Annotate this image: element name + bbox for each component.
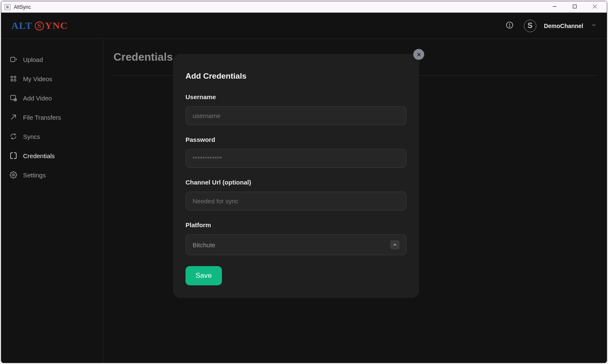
window-title: AltSync bbox=[14, 4, 548, 10]
user-menu[interactable]: S DemoChannel bbox=[524, 20, 597, 32]
logo-s-badge: S bbox=[35, 21, 44, 31]
sidebar-item-label: Add Video bbox=[23, 95, 52, 102]
close-window-button[interactable] bbox=[588, 4, 601, 10]
app-icon: ▦ bbox=[5, 4, 10, 10]
sidebar-item-file-transfers[interactable]: File Transfers bbox=[10, 108, 95, 127]
minimize-button[interactable] bbox=[548, 4, 561, 10]
app-root: ALT S YNC S DemoChannel bbox=[1, 13, 607, 363]
avatar: S bbox=[524, 20, 536, 32]
sidebar-item-label: Syncs bbox=[23, 133, 40, 140]
svg-point-9 bbox=[11, 76, 13, 78]
sidebar-item-label: File Transfers bbox=[23, 114, 61, 121]
svg-point-18 bbox=[13, 174, 15, 176]
sidebar-item-add-video[interactable]: Add Video bbox=[10, 88, 95, 108]
password-input[interactable] bbox=[185, 149, 407, 168]
add-video-icon bbox=[10, 94, 17, 102]
user-name: DemoChannel bbox=[544, 23, 583, 29]
titlebar: ▦ AltSync bbox=[1, 1, 607, 13]
sidebar-item-my-videos[interactable]: My Videos bbox=[10, 69, 95, 88]
platform-select[interactable]: Bitchute bbox=[185, 234, 407, 255]
chevron-up-icon bbox=[390, 240, 399, 249]
logo-ync: YNC bbox=[45, 20, 68, 31]
gear-icon bbox=[10, 171, 17, 179]
window-controls bbox=[548, 4, 601, 10]
password-label: Password bbox=[185, 136, 407, 143]
password-group: Password bbox=[185, 136, 407, 168]
credentials-icon bbox=[10, 152, 17, 159]
sidebar-item-syncs[interactable]: Syncs bbox=[10, 127, 95, 146]
upload-icon bbox=[10, 56, 17, 63]
logo-alt: ALT bbox=[11, 20, 32, 31]
platform-value: Bitchute bbox=[193, 241, 215, 249]
save-button[interactable]: Save bbox=[185, 266, 222, 285]
grid-icon bbox=[10, 75, 17, 82]
sidebar: Upload My Videos Add Video File Transfer… bbox=[1, 39, 103, 363]
add-credentials-modal: Add Credentials Username Password Channe… bbox=[173, 54, 419, 298]
sync-icon bbox=[10, 133, 17, 140]
maximize-button[interactable] bbox=[568, 4, 581, 10]
svg-marker-8 bbox=[16, 59, 17, 61]
channel-url-input[interactable] bbox=[185, 192, 407, 210]
modal-title: Add Credentials bbox=[185, 72, 407, 81]
svg-line-17 bbox=[11, 115, 16, 120]
app-window: ▦ AltSync ALT S YNC bbox=[1, 1, 607, 363]
username-group: Username bbox=[185, 93, 407, 125]
transfer-icon bbox=[10, 113, 17, 121]
channel-url-group: Channel Url (optional) bbox=[185, 179, 407, 210]
platform-group: Platform Bitchute bbox=[185, 221, 407, 255]
header-right: S DemoChannel bbox=[505, 20, 597, 32]
app-logo: ALT S YNC bbox=[11, 20, 68, 31]
app-header: ALT S YNC S DemoChannel bbox=[1, 13, 607, 39]
svg-point-10 bbox=[14, 76, 16, 78]
svg-rect-1 bbox=[573, 5, 576, 8]
sidebar-item-label: Settings bbox=[23, 172, 46, 179]
svg-point-12 bbox=[14, 79, 16, 82]
username-input[interactable] bbox=[185, 106, 407, 125]
svg-rect-7 bbox=[10, 57, 15, 62]
svg-rect-13 bbox=[10, 95, 15, 100]
chevron-down-icon bbox=[591, 22, 597, 30]
sidebar-item-label: Upload bbox=[23, 56, 43, 63]
svg-point-6 bbox=[509, 26, 510, 27]
sidebar-item-label: Credentials bbox=[23, 152, 55, 159]
sidebar-item-label: My Videos bbox=[23, 75, 52, 82]
sidebar-item-upload[interactable]: Upload bbox=[10, 50, 95, 69]
close-modal-button[interactable] bbox=[413, 49, 424, 60]
platform-label: Platform bbox=[185, 221, 407, 228]
alert-icon[interactable] bbox=[505, 21, 514, 31]
sidebar-item-credentials[interactable]: Credentials bbox=[10, 146, 95, 165]
sidebar-item-settings[interactable]: Settings bbox=[10, 165, 95, 185]
username-label: Username bbox=[185, 93, 407, 100]
channel-url-label: Channel Url (optional) bbox=[185, 179, 407, 186]
svg-point-11 bbox=[11, 79, 13, 82]
close-icon bbox=[417, 52, 421, 57]
